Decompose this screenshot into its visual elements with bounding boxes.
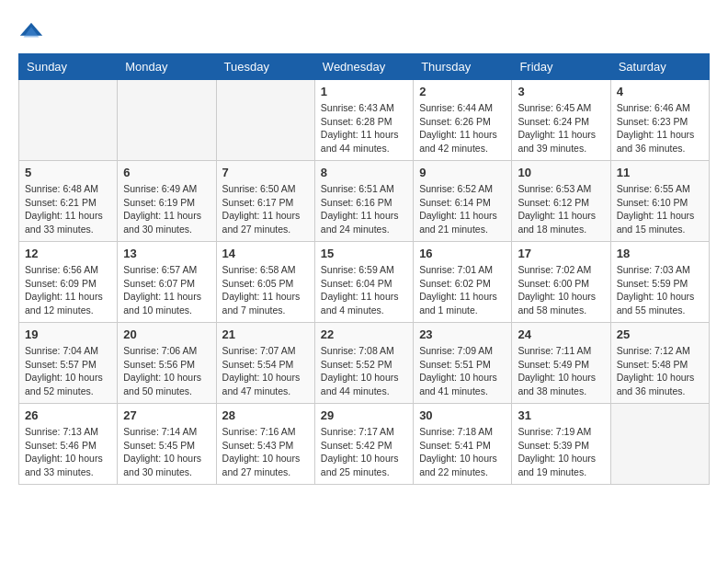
calendar-cell: 25 Sunrise: 7:12 AMSunset: 5:48 PMDaylig… — [610, 323, 709, 404]
calendar-cell: 30 Sunrise: 7:18 AMSunset: 5:41 PMDaylig… — [414, 404, 512, 485]
day-info: Sunrise: 7:19 AMSunset: 5:39 PMDaylight:… — [518, 425, 604, 479]
day-number: 27 — [123, 408, 210, 422]
day-info: Sunrise: 7:03 AMSunset: 5:59 PMDaylight:… — [617, 263, 703, 317]
weekday-header-monday: Monday — [118, 54, 216, 80]
day-number: 13 — [123, 247, 210, 260]
weekday-header-tuesday: Tuesday — [216, 54, 314, 80]
calendar-cell: 17 Sunrise: 7:02 AMSunset: 6:00 PMDaylig… — [512, 242, 610, 323]
day-info: Sunrise: 7:02 AMSunset: 6:00 PMDaylight:… — [518, 263, 604, 317]
day-number: 31 — [518, 408, 604, 422]
day-number: 1 — [321, 85, 407, 98]
day-number: 10 — [518, 166, 604, 179]
day-number: 25 — [617, 327, 703, 341]
calendar-cell: 24 Sunrise: 7:11 AMSunset: 5:49 PMDaylig… — [512, 323, 610, 404]
day-number: 21 — [222, 327, 309, 341]
day-number: 3 — [518, 85, 604, 98]
calendar-cell — [216, 80, 314, 161]
calendar-cell: 1 Sunrise: 6:43 AMSunset: 6:28 PMDayligh… — [314, 80, 413, 161]
day-info: Sunrise: 6:48 AMSunset: 6:21 PMDaylight:… — [25, 182, 111, 236]
day-info: Sunrise: 6:56 AMSunset: 6:09 PMDaylight:… — [25, 263, 111, 317]
calendar-cell: 28 Sunrise: 7:16 AMSunset: 5:43 PMDaylig… — [216, 404, 314, 485]
day-info: Sunrise: 7:09 AMSunset: 5:51 PMDaylight:… — [419, 344, 506, 398]
calendar-cell — [19, 80, 118, 161]
weekday-header-sunday: Sunday — [19, 54, 118, 80]
day-number: 17 — [518, 247, 604, 260]
day-info: Sunrise: 7:06 AMSunset: 5:56 PMDaylight:… — [123, 344, 210, 398]
calendar-cell: 11 Sunrise: 6:55 AMSunset: 6:10 PMDaylig… — [610, 161, 709, 242]
day-number: 11 — [617, 166, 703, 179]
calendar-cell: 12 Sunrise: 6:56 AMSunset: 6:09 PMDaylig… — [19, 242, 118, 323]
calendar-cell: 31 Sunrise: 7:19 AMSunset: 5:39 PMDaylig… — [512, 404, 610, 485]
day-number: 20 — [123, 327, 210, 341]
week-row-3: 12 Sunrise: 6:56 AMSunset: 6:09 PMDaylig… — [19, 242, 710, 323]
calendar-cell: 19 Sunrise: 7:04 AMSunset: 5:57 PMDaylig… — [19, 323, 118, 404]
calendar-cell: 15 Sunrise: 6:59 AMSunset: 6:04 PMDaylig… — [314, 242, 413, 323]
day-info: Sunrise: 6:44 AMSunset: 6:26 PMDaylight:… — [419, 101, 506, 155]
day-info: Sunrise: 6:58 AMSunset: 6:05 PMDaylight:… — [222, 263, 309, 317]
calendar-cell: 6 Sunrise: 6:49 AMSunset: 6:19 PMDayligh… — [118, 161, 216, 242]
day-info: Sunrise: 7:04 AMSunset: 5:57 PMDaylight:… — [25, 344, 111, 398]
calendar-cell: 18 Sunrise: 7:03 AMSunset: 5:59 PMDaylig… — [610, 242, 709, 323]
day-info: Sunrise: 6:53 AMSunset: 6:12 PMDaylight:… — [518, 182, 604, 236]
day-info: Sunrise: 7:17 AMSunset: 5:42 PMDaylight:… — [321, 425, 407, 479]
calendar-cell: 3 Sunrise: 6:45 AMSunset: 6:24 PMDayligh… — [512, 80, 610, 161]
calendar-cell — [610, 404, 709, 485]
day-info: Sunrise: 6:57 AMSunset: 6:07 PMDaylight:… — [123, 263, 210, 317]
day-info: Sunrise: 6:50 AMSunset: 6:17 PMDaylight:… — [222, 182, 309, 236]
calendar-cell: 2 Sunrise: 6:44 AMSunset: 6:26 PMDayligh… — [414, 80, 512, 161]
day-info: Sunrise: 7:13 AMSunset: 5:46 PMDaylight:… — [25, 425, 111, 479]
calendar-cell: 26 Sunrise: 7:13 AMSunset: 5:46 PMDaylig… — [19, 404, 118, 485]
week-row-4: 19 Sunrise: 7:04 AMSunset: 5:57 PMDaylig… — [19, 323, 710, 404]
calendar-cell: 10 Sunrise: 6:53 AMSunset: 6:12 PMDaylig… — [512, 161, 610, 242]
day-info: Sunrise: 6:51 AMSunset: 6:16 PMDaylight:… — [321, 182, 407, 236]
day-number: 22 — [321, 327, 407, 341]
calendar-cell: 7 Sunrise: 6:50 AMSunset: 6:17 PMDayligh… — [216, 161, 314, 242]
calendar-cell: 27 Sunrise: 7:14 AMSunset: 5:45 PMDaylig… — [118, 404, 216, 485]
day-info: Sunrise: 7:11 AMSunset: 5:49 PMDaylight:… — [518, 344, 604, 398]
calendar-table: SundayMondayTuesdayWednesdayThursdayFrid… — [18, 53, 710, 485]
day-number: 26 — [25, 408, 111, 422]
logo-icon — [18, 18, 44, 44]
day-number: 19 — [25, 327, 111, 341]
page-header — [18, 18, 710, 44]
day-number: 8 — [321, 166, 407, 179]
day-info: Sunrise: 7:18 AMSunset: 5:41 PMDaylight:… — [419, 425, 506, 479]
day-info: Sunrise: 6:59 AMSunset: 6:04 PMDaylight:… — [321, 263, 407, 317]
weekday-header-thursday: Thursday — [414, 54, 512, 80]
week-row-2: 5 Sunrise: 6:48 AMSunset: 6:21 PMDayligh… — [19, 161, 710, 242]
day-number: 28 — [222, 408, 309, 422]
calendar-cell: 20 Sunrise: 7:06 AMSunset: 5:56 PMDaylig… — [118, 323, 216, 404]
day-number: 30 — [419, 408, 506, 422]
day-number: 24 — [518, 327, 604, 341]
day-number: 9 — [419, 166, 506, 179]
calendar-cell: 4 Sunrise: 6:46 AMSunset: 6:23 PMDayligh… — [610, 80, 709, 161]
day-info: Sunrise: 6:55 AMSunset: 6:10 PMDaylight:… — [617, 182, 703, 236]
weekday-header-row: SundayMondayTuesdayWednesdayThursdayFrid… — [19, 54, 710, 80]
calendar-cell: 22 Sunrise: 7:08 AMSunset: 5:52 PMDaylig… — [314, 323, 413, 404]
week-row-5: 26 Sunrise: 7:13 AMSunset: 5:46 PMDaylig… — [19, 404, 710, 485]
calendar-cell: 5 Sunrise: 6:48 AMSunset: 6:21 PMDayligh… — [19, 161, 118, 242]
day-info: Sunrise: 7:01 AMSunset: 6:02 PMDaylight:… — [419, 263, 506, 317]
day-info: Sunrise: 7:08 AMSunset: 5:52 PMDaylight:… — [321, 344, 407, 398]
calendar-cell: 14 Sunrise: 6:58 AMSunset: 6:05 PMDaylig… — [216, 242, 314, 323]
calendar-cell: 8 Sunrise: 6:51 AMSunset: 6:16 PMDayligh… — [314, 161, 413, 242]
day-info: Sunrise: 7:07 AMSunset: 5:54 PMDaylight:… — [222, 344, 309, 398]
day-number: 29 — [321, 408, 407, 422]
calendar-cell: 16 Sunrise: 7:01 AMSunset: 6:02 PMDaylig… — [414, 242, 512, 323]
day-number: 4 — [617, 85, 703, 98]
calendar-cell: 29 Sunrise: 7:17 AMSunset: 5:42 PMDaylig… — [314, 404, 413, 485]
day-number: 12 — [25, 247, 111, 260]
day-number: 7 — [222, 166, 309, 179]
calendar-cell: 9 Sunrise: 6:52 AMSunset: 6:14 PMDayligh… — [414, 161, 512, 242]
day-number: 15 — [321, 247, 407, 260]
calendar-cell — [118, 80, 216, 161]
day-info: Sunrise: 7:16 AMSunset: 5:43 PMDaylight:… — [222, 425, 309, 479]
day-number: 14 — [222, 247, 309, 260]
day-number: 23 — [419, 327, 506, 341]
week-row-1: 1 Sunrise: 6:43 AMSunset: 6:28 PMDayligh… — [19, 80, 710, 161]
day-info: Sunrise: 6:49 AMSunset: 6:19 PMDaylight:… — [123, 182, 210, 236]
weekday-header-wednesday: Wednesday — [314, 54, 413, 80]
weekday-header-friday: Friday — [512, 54, 610, 80]
calendar-cell: 21 Sunrise: 7:07 AMSunset: 5:54 PMDaylig… — [216, 323, 314, 404]
day-info: Sunrise: 6:43 AMSunset: 6:28 PMDaylight:… — [321, 101, 407, 155]
